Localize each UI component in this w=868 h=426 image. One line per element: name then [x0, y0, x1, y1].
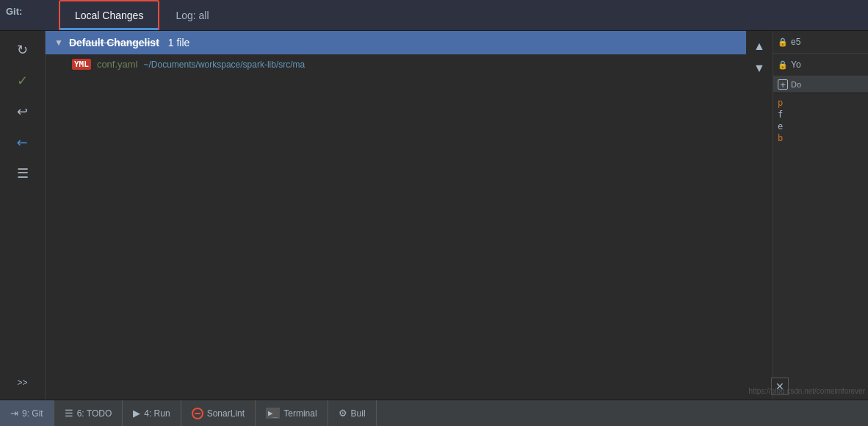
build-label: Buil	[351, 408, 366, 419]
file-entry[interactable]: YML conf.yaml ~/Documents/workspace/spar…	[46, 54, 746, 74]
update-button[interactable]: ↙	[10, 129, 36, 156]
far-right-panel: 🔒 e5 🔒 Yo + Do p f e b	[773, 31, 868, 400]
status-sonarlint[interactable]: SonarLint	[181, 400, 256, 426]
code-line-1: p	[778, 98, 864, 108]
tab-log-all[interactable]: Log: all	[159, 0, 225, 30]
code-line-4: b	[778, 133, 864, 143]
run-label: 4: Run	[144, 408, 170, 419]
collapse-arrow: ▼	[54, 37, 63, 48]
update-icon: ↙	[12, 133, 32, 152]
shelve-button[interactable]: ☰	[10, 160, 36, 187]
far-right-item-2[interactable]: 🔒 Yo	[773, 54, 868, 76]
far-right-item-1[interactable]: 🔒 e5	[773, 31, 868, 54]
status-bar: ⇥ 9: Git ☰ 6: TODO ▶ 4: Run SonarLint ▶_…	[0, 400, 868, 426]
divider-label: Do	[791, 80, 801, 89]
code-line-3: e	[778, 121, 864, 131]
lock-icon-2: 🔒	[778, 60, 788, 70]
far-right-label-2: Yo	[791, 59, 801, 70]
revert-button[interactable]: ↩	[10, 98, 36, 125]
tab-local-changes-label: Local Changes	[75, 10, 143, 21]
status-run[interactable]: ▶ 4: Run	[123, 400, 181, 426]
shelve-icon: ☰	[17, 165, 29, 181]
sonar-label: SonarLint	[207, 408, 245, 419]
git-status-icon: ⇥	[10, 408, 18, 419]
code-area: p f e b	[773, 93, 868, 400]
file-count: 1 file	[168, 37, 190, 48]
far-right-divider: + Do	[773, 76, 868, 93]
status-build[interactable]: ⚙ Buil	[328, 400, 377, 426]
far-right-label-1: e5	[791, 37, 800, 47]
todo-label: 6: TODO	[77, 408, 112, 419]
changelist-name: Default Changelist	[69, 37, 159, 48]
watermark: https://blog.csdn.net/comeimforever	[746, 386, 868, 397]
run-icon: ▶	[133, 408, 140, 419]
changelist-row[interactable]: ▼ Default Changelist 1 file	[46, 31, 746, 54]
right-arrows: ▲ ▼	[746, 31, 773, 400]
scroll-up-button[interactable]: ▲	[751, 37, 768, 56]
code-line-2: f	[778, 109, 864, 120]
left-toolbar: ↻ ✓ ↩ ↙ ☰ >>	[0, 31, 46, 400]
tab-local-changes[interactable]: Local Changes	[59, 0, 159, 30]
file-path: ~/Documents/workspace/spark-lib/src/ma	[144, 59, 305, 70]
scroll-down-button[interactable]: ▼	[751, 59, 768, 78]
terminal-icon: ▶_	[266, 408, 280, 419]
status-terminal[interactable]: ▶_ Terminal	[256, 400, 328, 426]
more-button[interactable]: >>	[11, 372, 33, 394]
sonar-icon	[192, 408, 203, 419]
lock-icon-1: 🔒	[778, 37, 788, 47]
yaml-icon: YML	[72, 59, 91, 70]
build-icon: ⚙	[339, 408, 347, 419]
tab-log-all-label: Log: all	[176, 10, 209, 21]
more-icon: >>	[17, 378, 27, 388]
file-list-area: ▼ Default Changelist 1 file YML conf.yam…	[46, 31, 746, 400]
git-status-label: 9: Git	[22, 408, 43, 419]
git-label: Git:	[6, 6, 28, 17]
commit-button[interactable]: ✓	[10, 68, 36, 94]
file-name: conf.yaml	[97, 59, 138, 70]
status-todo[interactable]: ☰ 6: TODO	[54, 400, 123, 426]
terminal-label: Terminal	[283, 408, 317, 419]
plus-icon: +	[778, 79, 788, 90]
refresh-icon: ↻	[17, 42, 28, 58]
refresh-button[interactable]: ↻	[10, 37, 36, 63]
status-git[interactable]: ⇥ 9: Git	[0, 400, 54, 426]
revert-icon: ↩	[17, 104, 28, 120]
check-icon: ✓	[17, 73, 28, 89]
todo-icon: ☰	[65, 408, 73, 419]
